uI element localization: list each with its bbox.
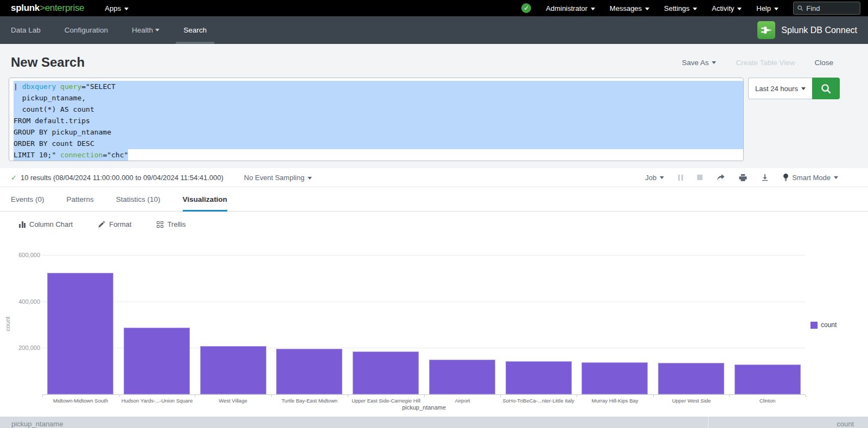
menu-label: Administrator <box>546 4 588 12</box>
close-button[interactable]: Close <box>814 59 833 67</box>
query-token: ="SELECT <box>81 82 116 91</box>
x-axis-tick <box>729 395 730 397</box>
chevron-down-icon <box>308 177 312 180</box>
find-search[interactable] <box>793 2 860 15</box>
appbar-item-search[interactable]: Search <box>171 16 219 44</box>
query-token: connection <box>60 151 103 159</box>
query-token: pickup_ntaname, <box>14 94 86 102</box>
selected-text: pickup_ntaname, <box>14 92 743 104</box>
search-button[interactable] <box>812 78 840 99</box>
event-sampling-label: No Event Sampling <box>244 174 304 182</box>
health-status-icon[interactable]: ✓ <box>521 3 531 13</box>
legend[interactable]: count <box>810 321 837 329</box>
logo-product: enterprise <box>45 3 85 13</box>
appbar-item-label: Health <box>132 26 153 34</box>
job-menu[interactable]: Job <box>645 174 664 182</box>
logo-brand: splunk <box>11 3 40 13</box>
tab-patterns[interactable]: Patterns <box>67 187 94 211</box>
bar-upper-west-side[interactable] <box>658 363 724 394</box>
appbar-item-label: Data Lab <box>11 26 41 34</box>
appbar-item-configuration[interactable]: Configuration <box>53 16 120 44</box>
column-header-count[interactable]: count <box>709 417 868 428</box>
trellis-label: Trellis <box>167 220 186 228</box>
topbar: splunk>enterprise Apps ✓ AdministratorMe… <box>0 0 868 16</box>
trellis-button[interactable]: Trellis <box>157 220 186 228</box>
check-icon: ✓ <box>11 174 17 182</box>
menu-settings[interactable]: Settings <box>664 4 697 12</box>
bar-clinton[interactable] <box>735 365 801 394</box>
appbar-item-label: Search <box>183 26 207 34</box>
smart-mode-dropdown[interactable]: Smart Mode <box>783 174 838 182</box>
appbar: Data LabConfigurationHealthSearch Splunk… <box>0 16 868 44</box>
format-button[interactable]: Format <box>98 220 131 228</box>
splunk-logo[interactable]: splunk>enterprise <box>11 3 84 14</box>
share-button[interactable] <box>717 174 725 182</box>
column-header-pickup-ntaname[interactable]: pickup_ntaname <box>0 417 709 428</box>
lightbulb-icon <box>783 174 789 181</box>
x-tick-label: Murray Hill-Kips Bay <box>577 398 653 404</box>
time-range-picker[interactable]: Last 24 hours <box>748 78 812 99</box>
tab-statistics[interactable]: Statistics (10) <box>116 187 161 211</box>
time-search-group: Last 24 hours <box>748 78 840 99</box>
query-token <box>56 82 60 91</box>
gridline <box>42 302 806 302</box>
export-button[interactable] <box>761 174 769 181</box>
apps-menu[interactable]: Apps <box>105 4 129 12</box>
tab-visualization[interactable]: Visualization <box>183 187 227 211</box>
create-table-view-button[interactable]: Create Table View <box>736 59 795 67</box>
bar-upper-east-side-carnegie-hill[interactable] <box>353 352 419 394</box>
bar-turtle-bay-east-midtown[interactable] <box>276 349 342 394</box>
query-token: count(*) AS count <box>14 105 94 113</box>
topbar-menus: AdministratorMessagesSettingsActivityHel… <box>546 4 778 12</box>
selected-text: ORDER BY count DESC <box>14 138 743 149</box>
app-identity[interactable]: Splunk DB Connect <box>757 21 857 39</box>
tab-events[interactable]: Events (0) <box>11 187 44 211</box>
bar-soho-tribeca-nter-little-italy[interactable] <box>506 361 572 394</box>
print-button[interactable] <box>739 174 747 182</box>
selected-text: LIMIT 10;" connection="chc" <box>14 149 128 161</box>
viz-toolbar: Column Chart Format Trellis <box>0 212 868 237</box>
menu-messages[interactable]: Messages <box>610 4 649 12</box>
menu-label: Messages <box>610 4 642 12</box>
x-tick-label: Turtle Bay-East Midtown <box>271 398 348 404</box>
page-header-actions: Save As Create Table View Close <box>682 59 833 67</box>
query-token: FROM default.trips <box>14 117 90 125</box>
chevron-down-icon <box>801 87 806 90</box>
page-title: New Search <box>11 55 85 70</box>
selected-text: FROM default.trips <box>14 115 743 126</box>
results-summary: 10 results (08/04/2024 11:00:00.000 to 0… <box>21 174 224 182</box>
stop-button[interactable] <box>697 175 703 180</box>
search-input[interactable]: | dbxquery query="SELECT pickup_ntaname,… <box>9 78 744 161</box>
chevron-down-icon <box>660 176 664 179</box>
appbar-item-data-lab[interactable]: Data Lab <box>0 16 53 44</box>
chevron-down-icon <box>834 176 838 179</box>
bar-airport[interactable] <box>429 360 495 394</box>
menu-help[interactable]: Help <box>756 4 778 12</box>
y-tick-label: 400,000 <box>2 298 40 305</box>
bar-midtown-midtown-south[interactable] <box>47 273 113 394</box>
bar-west-village[interactable] <box>200 346 266 394</box>
query-token: ="chc" <box>103 151 128 159</box>
x-axis-tick <box>271 395 272 397</box>
query-line: FROM default.trips <box>14 115 743 126</box>
topbar-right: ✓ AdministratorMessagesSettingsActivityH… <box>521 2 860 15</box>
x-axis-tick <box>500 395 501 397</box>
menu-activity[interactable]: Activity <box>712 4 742 12</box>
x-axis-tick <box>42 395 43 397</box>
bar-murray-hill-kips-bay[interactable] <box>582 362 648 394</box>
column-chart-icon <box>19 221 25 228</box>
search-section: New Search Save As Create Table View Clo… <box>0 44 868 168</box>
menu-administrator[interactable]: Administrator <box>546 4 595 12</box>
results-bar: ✓ 10 results (08/04/2024 11:00:00.000 to… <box>0 168 868 187</box>
chevron-down-icon <box>737 8 742 10</box>
selected-text: | dbxquery query="SELECT <box>14 81 743 92</box>
chart-type-button[interactable]: Column Chart <box>19 220 73 228</box>
event-sampling-dropdown[interactable]: No Event Sampling <box>244 174 312 182</box>
find-input[interactable] <box>806 4 856 12</box>
appbar-item-health[interactable]: Health <box>120 16 171 44</box>
pause-button[interactable] <box>678 175 683 181</box>
bar-hudson-yards-union-square[interactable] <box>124 328 190 394</box>
save-as-button[interactable]: Save As <box>682 59 717 67</box>
db-connect-plug-icon <box>757 21 775 39</box>
x-tick-label: Hudson Yards-...-Union Square <box>119 398 195 404</box>
